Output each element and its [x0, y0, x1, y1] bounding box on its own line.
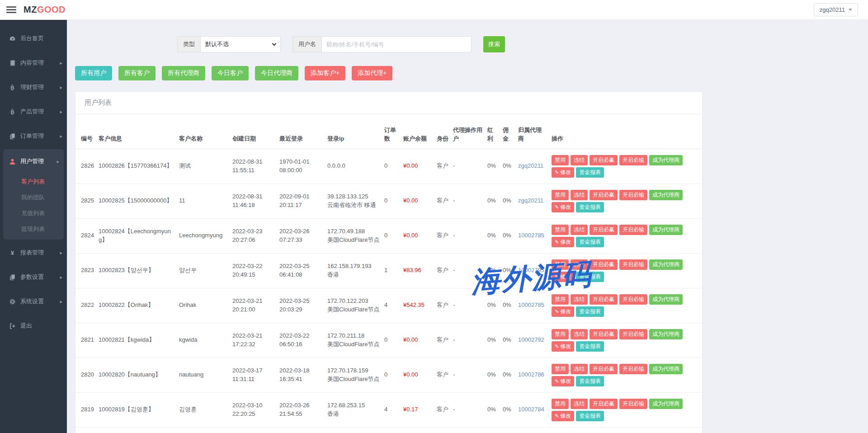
- sidebar-item-后台首页[interactable]: 后台首页: [0, 26, 67, 51]
- search-button[interactable]: 搜索: [483, 36, 505, 52]
- action-button-冻结[interactable]: 冻结: [571, 225, 588, 235]
- action-button-冻结[interactable]: 冻结: [571, 364, 588, 374]
- action-button-资金报表[interactable]: 资金报表: [576, 237, 604, 247]
- sidebar-item-label: 系统设置: [20, 297, 55, 306]
- action-button-开启必输[interactable]: 开启必输: [619, 225, 647, 235]
- sidebar-item-用户管理[interactable]: 用户管理▸: [3, 149, 64, 174]
- table-row: 282510002825【15000000000】112022-08-3111:…: [75, 184, 702, 218]
- action-button-开启必赢[interactable]: 开启必赢: [590, 329, 618, 339]
- action-button-禁用[interactable]: 禁用: [552, 294, 569, 305]
- quick-button-所有用户[interactable]: 所有用户: [75, 66, 112, 80]
- quick-button-所有代理商[interactable]: 所有代理商: [162, 66, 205, 80]
- action-button-修改[interactable]: ✎修改: [552, 202, 574, 212]
- agent-link[interactable]: 10002795: [518, 267, 544, 273]
- cell-orders: 5: [382, 427, 401, 433]
- action-button-禁用[interactable]: 禁用: [552, 225, 569, 235]
- action-button-修改[interactable]: ✎修改: [552, 341, 574, 352]
- action-button-修改[interactable]: ✎修改: [552, 306, 574, 317]
- sidebar-item-参数设置[interactable]: 参数设置▸: [0, 265, 67, 289]
- action-button-开启必赢[interactable]: 开启必赢: [590, 155, 618, 165]
- agent-link[interactable]: 10002784: [518, 406, 544, 413]
- action-button-成为代理商[interactable]: 成为代理商: [649, 190, 683, 200]
- sidebar-subitem-提现列表[interactable]: 提现列表: [3, 221, 64, 237]
- action-button-修改[interactable]: ✎修改: [552, 411, 574, 421]
- action-button-开启必输[interactable]: 开启必输: [619, 329, 647, 339]
- app-logo: MZGOOD: [24, 5, 66, 15]
- action-button-资金报表[interactable]: 资金报表: [576, 272, 604, 282]
- sidebar-item-系统设置[interactable]: 系统设置▸: [0, 289, 67, 314]
- agent-link[interactable]: 10002792: [518, 336, 544, 343]
- cell-info: 10002818【NARUSE MANABU】: [96, 427, 177, 433]
- action-button-开启必赢[interactable]: 开启必赢: [590, 399, 618, 409]
- action-button-开启必赢[interactable]: 开启必赢: [590, 259, 618, 270]
- sidebar-item-理财管理[interactable]: B理财管理▸: [0, 75, 67, 99]
- action-button-资金报表[interactable]: 资金报表: [576, 376, 604, 386]
- action-button-资金报表[interactable]: 资金报表: [576, 341, 604, 352]
- agent-link[interactable]: zgq20211: [518, 197, 543, 204]
- agent-link[interactable]: 10002785: [518, 232, 544, 239]
- action-button-成为代理商[interactable]: 成为代理商: [649, 364, 683, 374]
- action-button-资金报表[interactable]: 资金报表: [576, 411, 604, 421]
- action-button-开启必赢[interactable]: 开启必赢: [590, 364, 618, 374]
- column-header: 操作: [549, 114, 702, 149]
- action-button-冻结[interactable]: 冻结: [571, 155, 588, 165]
- action-button-开启必输[interactable]: 开启必输: [619, 259, 647, 270]
- action-button-开启必输[interactable]: 开启必输: [619, 294, 647, 305]
- menu-toggle-icon[interactable]: [6, 5, 16, 14]
- action-button-禁用[interactable]: 禁用: [552, 190, 569, 200]
- action-button-成为代理商[interactable]: 成为代理商: [649, 259, 683, 270]
- action-button-开启必输[interactable]: 开启必输: [619, 399, 647, 409]
- action-button-资金报表[interactable]: 资金报表: [576, 202, 604, 212]
- action-button-成为代理商[interactable]: 成为代理商: [649, 294, 683, 305]
- username-input[interactable]: [321, 36, 472, 52]
- action-button-开启必赢[interactable]: 开启必赢: [590, 294, 618, 305]
- action-button-冻结[interactable]: 冻结: [571, 190, 588, 200]
- action-button-冻结[interactable]: 冻结: [571, 259, 588, 270]
- action-button-修改[interactable]: ✎修改: [552, 237, 574, 247]
- action-button-冻结[interactable]: 冻结: [571, 329, 588, 339]
- sidebar-subitem-充值列表[interactable]: 充值列表: [3, 205, 64, 221]
- action-button-禁用[interactable]: 禁用: [552, 364, 569, 374]
- quick-button-所有客户[interactable]: 所有客户: [118, 66, 156, 80]
- sidebar-item-内容管理[interactable]: 内容管理▸: [0, 51, 67, 75]
- action-button-开启必赢[interactable]: 开启必赢: [590, 225, 618, 235]
- action-button-冻结[interactable]: 冻结: [571, 399, 588, 409]
- user-menu-dropdown[interactable]: zgq20211: [814, 3, 858, 16]
- agent-link[interactable]: zgq20211: [518, 162, 543, 169]
- sidebar-item-订单管理[interactable]: 订单管理▸: [0, 124, 67, 148]
- action-button-冻结[interactable]: 冻结: [571, 294, 588, 305]
- sidebar-subitem-我的团队[interactable]: 我的团队: [3, 189, 64, 205]
- action-button-修改[interactable]: ✎修改: [552, 272, 574, 282]
- action-button-开启必赢[interactable]: 开启必赢: [590, 190, 618, 200]
- sidebar-item-退出[interactable]: 退出: [0, 314, 67, 338]
- cell-name: 11: [177, 184, 230, 218]
- sidebar-subitem-客户列表[interactable]: 客户列表: [3, 174, 64, 189]
- action-button-修改[interactable]: ✎修改: [552, 167, 574, 178]
- action-button-开启必输[interactable]: 开启必输: [619, 364, 647, 374]
- action-button-成为代理商[interactable]: 成为代理商: [649, 155, 683, 165]
- quick-button-添加代理+[interactable]: 添加代理+: [352, 66, 392, 80]
- cell-name: Orihak: [177, 288, 230, 323]
- action-button-禁用[interactable]: 禁用: [552, 329, 569, 339]
- action-button-资金报表[interactable]: 资金报表: [576, 167, 604, 178]
- table-row: 282410002824【Leechongmyung】Leechongmyung…: [75, 218, 702, 253]
- cell-created: 2022-03-2320:27:06: [230, 218, 277, 253]
- quick-button-今日客户[interactable]: 今日客户: [212, 66, 249, 80]
- action-button-成为代理商[interactable]: 成为代理商: [649, 225, 683, 235]
- action-button-资金报表[interactable]: 资金报表: [576, 306, 604, 317]
- action-button-禁用[interactable]: 禁用: [552, 399, 569, 409]
- type-select[interactable]: 默认不选: [200, 36, 281, 52]
- sidebar-item-报表管理[interactable]: ¥报表管理▸: [0, 240, 67, 265]
- action-button-修改[interactable]: ✎修改: [552, 376, 574, 386]
- action-button-开启必输[interactable]: 开启必输: [619, 155, 647, 165]
- agent-link[interactable]: 10002786: [518, 371, 544, 378]
- action-button-禁用[interactable]: 禁用: [552, 259, 569, 270]
- action-button-开启必输[interactable]: 开启必输: [619, 190, 647, 200]
- sidebar-item-产品管理[interactable]: B产品管理▸: [0, 99, 67, 124]
- agent-link[interactable]: 10002785: [518, 301, 544, 308]
- action-button-禁用[interactable]: 禁用: [552, 155, 569, 165]
- action-button-成为代理商[interactable]: 成为代理商: [649, 399, 683, 409]
- quick-button-添加客户+[interactable]: 添加客户+: [305, 66, 345, 80]
- action-button-成为代理商[interactable]: 成为代理商: [649, 329, 683, 339]
- quick-button-今日代理商[interactable]: 今日代理商: [255, 66, 298, 80]
